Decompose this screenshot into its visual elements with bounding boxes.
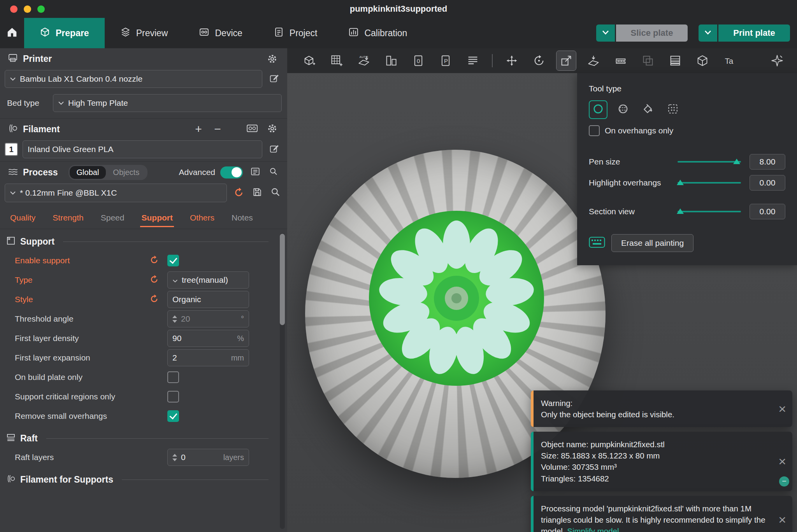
tab-support[interactable]: Support — [141, 213, 172, 222]
mesh-cube-icon[interactable] — [693, 51, 712, 70]
scope-global-button[interactable]: Global — [70, 166, 106, 179]
slice-options-button[interactable] — [596, 24, 615, 42]
auto-orient-icon[interactable]: AUTO — [354, 51, 374, 70]
build-plate-only-checkbox[interactable] — [167, 371, 179, 383]
enable-support-row: Enable support — [0, 251, 287, 270]
overhangs-only-checkbox[interactable] — [589, 125, 600, 136]
support-type-select[interactable]: tree(manual) — [167, 271, 249, 289]
add-plate-icon[interactable] — [327, 51, 346, 70]
tab-strength[interactable]: Strength — [53, 213, 83, 222]
pen-size-slider[interactable] — [678, 161, 741, 163]
support-style-select[interactable]: Organic — [167, 291, 249, 308]
spinner-arrows-icon[interactable] — [172, 315, 177, 323]
slider-handle[interactable] — [733, 159, 740, 164]
slider-handle[interactable] — [677, 208, 684, 214]
cut-icon[interactable] — [611, 51, 630, 70]
edit-filament-button[interactable] — [267, 143, 282, 156]
assembly-view-icon[interactable] — [767, 51, 787, 70]
spinner-arrows-icon[interactable] — [172, 454, 177, 461]
rotate-icon[interactable] — [529, 51, 549, 70]
tab-calibration[interactable]: Calibration — [333, 18, 423, 48]
first-layer-density-input[interactable] — [172, 334, 233, 343]
reset-process-button[interactable] — [233, 187, 245, 199]
close-window-button[interactable] — [10, 5, 18, 13]
search-icon — [270, 187, 281, 199]
viewport-3d[interactable]: AUTO 0 P — [287, 48, 797, 532]
ams-sync-button[interactable] — [245, 123, 260, 135]
filament-settings-button[interactable] — [265, 123, 279, 135]
parameter-table-button[interactable] — [248, 166, 263, 178]
home-button[interactable] — [0, 18, 24, 48]
scrollbar-thumb[interactable] — [280, 234, 285, 325]
first-layer-density-label: First layer density — [15, 334, 149, 343]
raft-layers-input[interactable] — [181, 453, 219, 462]
threshold-angle-input[interactable] — [181, 314, 237, 324]
arrange-icon[interactable] — [381, 51, 401, 70]
scale-icon[interactable] — [556, 51, 576, 70]
advanced-toggle[interactable] — [220, 166, 243, 178]
print-plate-button[interactable]: Print plate — [718, 24, 790, 42]
tab-prepare[interactable]: Prepare — [24, 18, 105, 48]
filament-name-field[interactable]: Inland Olive Green PLA — [23, 140, 262, 158]
print-options-button[interactable] — [699, 24, 717, 42]
erase-all-painting-button[interactable]: Erase all painting — [611, 234, 693, 252]
sphere-brush-button[interactable] — [614, 100, 632, 119]
critical-regions-checkbox[interactable] — [167, 391, 179, 402]
raft-section-header: Raft — [0, 426, 287, 448]
circle-brush-button[interactable] — [589, 100, 607, 119]
tab-project[interactable]: Project — [258, 18, 333, 48]
tab-quality[interactable]: Quality — [10, 213, 35, 222]
first-layer-expansion-input[interactable] — [172, 353, 227, 362]
support-paint-overlay[interactable] — [368, 210, 545, 386]
close-icon[interactable]: × — [778, 513, 786, 526]
split-to-parts-icon[interactable]: P — [436, 51, 455, 70]
filament-slot-number[interactable]: 1 — [5, 143, 18, 156]
section-view-value[interactable]: 0.00 — [750, 204, 785, 219]
tab-device[interactable]: Device — [183, 18, 258, 48]
tab-others[interactable]: Others — [190, 213, 214, 222]
variable-layer-height-icon[interactable] — [665, 51, 685, 70]
reset-icon[interactable] — [149, 255, 159, 266]
pen-size-value[interactable]: 8.00 — [750, 154, 785, 170]
text-shape-icon[interactable]: Ta — [720, 51, 739, 70]
tab-notes[interactable]: Notes — [232, 213, 253, 222]
close-icon[interactable]: × — [778, 455, 786, 468]
remove-overhangs-checkbox[interactable] — [167, 410, 179, 422]
gap-fill-button[interactable] — [664, 100, 682, 119]
reset-icon[interactable] — [149, 274, 159, 286]
bed-type-select[interactable]: High Temp Plate — [53, 94, 282, 112]
add-filament-button[interactable]: + — [191, 123, 205, 135]
printer-preset-select[interactable]: Bambu Lab X1 Carbon 0.4 nozzle — [5, 70, 262, 88]
search-settings-button[interactable] — [269, 187, 282, 199]
reset-icon[interactable] — [149, 294, 159, 305]
mesh-boolean-icon[interactable] — [638, 51, 658, 70]
simplify-model-link[interactable]: Simplify model — [567, 527, 619, 532]
process-preset-select[interactable]: * 0.12mm Fine @BBL X1C — [5, 184, 227, 202]
parameter-search-button[interactable] — [268, 167, 279, 178]
slice-plate-button[interactable]: Slice plate — [616, 24, 688, 42]
move-icon[interactable] — [502, 51, 521, 70]
scope-objects-button[interactable]: Objects — [106, 166, 146, 179]
minimize-window-button[interactable] — [24, 5, 31, 13]
highlight-overhangs-value[interactable]: 0.00 — [750, 175, 785, 191]
add-object-icon[interactable] — [300, 51, 319, 70]
tab-preview[interactable]: Preview — [105, 18, 184, 48]
save-preset-button[interactable] — [251, 187, 263, 199]
remove-filament-button[interactable]: − — [211, 123, 225, 135]
collapse-notification-button[interactable]: − — [779, 476, 789, 486]
enable-support-checkbox[interactable] — [167, 255, 179, 266]
close-icon[interactable]: × — [778, 402, 786, 415]
layer-edit-icon[interactable] — [463, 51, 483, 70]
printer-settings-button[interactable] — [265, 54, 279, 64]
fill-tool-button[interactable] — [639, 100, 657, 119]
split-to-objects-icon[interactable]: 0 — [409, 51, 428, 70]
sidebar-scrollbar[interactable] — [280, 233, 285, 529]
section-view-slider[interactable] — [678, 211, 741, 212]
place-on-face-icon[interactable] — [584, 51, 603, 70]
tab-speed[interactable]: Speed — [101, 213, 125, 222]
edit-printer-button[interactable] — [267, 73, 282, 85]
slider-handle[interactable] — [677, 180, 684, 185]
zoom-window-button[interactable] — [37, 5, 45, 13]
filament-supports-section-header: Filament for Supports — [0, 467, 287, 489]
highlight-overhangs-slider[interactable] — [678, 182, 741, 184]
